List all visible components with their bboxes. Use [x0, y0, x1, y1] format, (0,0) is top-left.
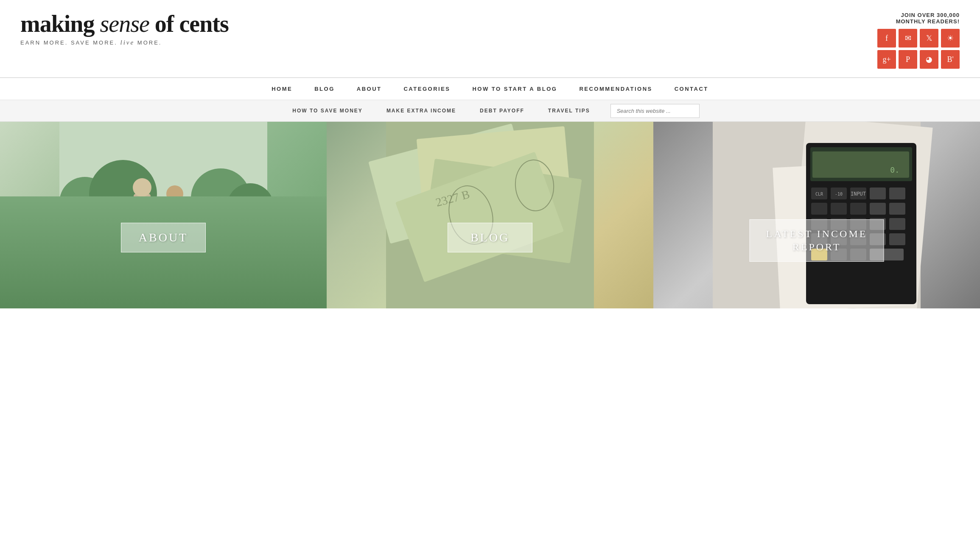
- title-making: making: [20, 11, 95, 37]
- svg-point-4: [191, 168, 250, 228]
- content-grid: ABOUT 2327 B 4 BLOG: [0, 122, 980, 308]
- header-social-area: JOIN OVER 300,000 MONTHLY READERS! f ✉ 𝕏…: [877, 12, 960, 69]
- title-of-cents: of cents: [155, 11, 229, 37]
- nav-home[interactable]: HOME: [260, 78, 303, 100]
- svg-text:INPUT: INPUT: [851, 191, 866, 197]
- nav-categories[interactable]: CATEGORIES: [392, 78, 461, 100]
- about-card-background: [0, 122, 327, 308]
- nav-how-to-save-money[interactable]: HOW TO SAVE MONEY: [280, 100, 375, 121]
- svg-rect-38: [870, 203, 886, 215]
- svg-rect-37: [850, 203, 866, 215]
- svg-point-5: [227, 183, 274, 230]
- site-tagline: EARN MORE. SAVE MORE. live MORE.: [20, 39, 229, 46]
- nav-how-to-start-a-blog[interactable]: HOW TO START A BLOG: [461, 78, 568, 100]
- svg-rect-34: [889, 188, 905, 199]
- nav-blog[interactable]: BLOG: [303, 78, 346, 100]
- income-report-overlay: LATEST INCOME REPORT: [750, 219, 884, 262]
- svg-point-10: [166, 185, 183, 202]
- primary-navigation: HOME BLOG ABOUT CATEGORIES HOW TO START …: [0, 78, 980, 100]
- readers-text: JOIN OVER 300,000 MONTHLY READERS!: [877, 12, 960, 25]
- site-branding: making sense of cents EARN MORE. SAVE MO…: [20, 12, 229, 46]
- svg-rect-49: [889, 233, 905, 245]
- title-sense: sense: [100, 11, 149, 37]
- search-input[interactable]: [610, 104, 700, 118]
- svg-rect-33: [870, 188, 886, 199]
- tagline-live: live: [120, 39, 135, 46]
- svg-point-8: [133, 178, 151, 197]
- nav-contact[interactable]: CONTACT: [664, 78, 720, 100]
- svg-rect-36: [831, 203, 847, 215]
- income-report-card[interactable]: 0.: [653, 122, 980, 308]
- nav-about[interactable]: ABOUT: [346, 78, 393, 100]
- about-card[interactable]: ABOUT: [0, 122, 327, 308]
- site-header: making sense of cents EARN MORE. SAVE MO…: [0, 0, 980, 78]
- svg-rect-0: [59, 122, 267, 308]
- rss-icon[interactable]: ◕: [920, 50, 938, 69]
- tagline-earn: EARN MORE. SAVE MORE.: [20, 39, 118, 46]
- facebook-icon[interactable]: f: [877, 29, 896, 48]
- svg-text:-10: -10: [835, 192, 843, 196]
- income-report-card-background: 0.: [653, 122, 980, 308]
- secondary-navigation: HOW TO SAVE MONEY MAKE EXTRA INCOME DEBT…: [0, 100, 980, 122]
- svg-text:0.: 0.: [890, 165, 899, 174]
- about-card-label: ABOUT: [139, 231, 188, 244]
- site-title: making sense of cents: [20, 12, 229, 36]
- google-plus-icon[interactable]: g+: [877, 50, 896, 69]
- instagram-icon[interactable]: ☀: [941, 29, 960, 48]
- pinterest-icon[interactable]: P: [899, 50, 917, 69]
- nav-travel-tips[interactable]: TRAVEL TIPS: [536, 100, 602, 121]
- blog-card-label: BLOG: [470, 231, 510, 244]
- svg-rect-1: [59, 207, 267, 308]
- social-grid: f ✉ 𝕏 ☀ g+ P ◕ B': [877, 29, 960, 69]
- about-photo-illustration: [0, 122, 327, 308]
- blog-card-background: 2327 B 4: [327, 122, 653, 308]
- twitter-icon[interactable]: 𝕏: [920, 29, 938, 48]
- nav-recommendations[interactable]: RECOMMENDATIONS: [568, 78, 663, 100]
- svg-rect-39: [889, 203, 905, 215]
- nav-debt-payoff[interactable]: DEBT PAYOFF: [468, 100, 536, 121]
- svg-point-11: [138, 251, 159, 264]
- blog-card[interactable]: 2327 B 4 BLOG: [327, 122, 653, 308]
- svg-text:CLR: CLR: [815, 192, 823, 196]
- nav-make-extra-income[interactable]: MAKE EXTRA INCOME: [375, 100, 468, 121]
- about-overlay: ABOUT: [121, 223, 206, 252]
- income-photo-illustration: 0.: [653, 122, 980, 308]
- blog-overlay: BLOG: [448, 223, 532, 252]
- bloglovin-icon[interactable]: B': [941, 50, 960, 69]
- email-icon[interactable]: ✉: [899, 29, 917, 48]
- svg-rect-44: [889, 218, 905, 230]
- blog-photo-illustration: 2327 B 4: [327, 122, 653, 308]
- tagline-more: MORE.: [137, 39, 162, 46]
- svg-rect-35: [811, 203, 827, 215]
- income-report-card-label: LATEST INCOME REPORT: [766, 228, 868, 252]
